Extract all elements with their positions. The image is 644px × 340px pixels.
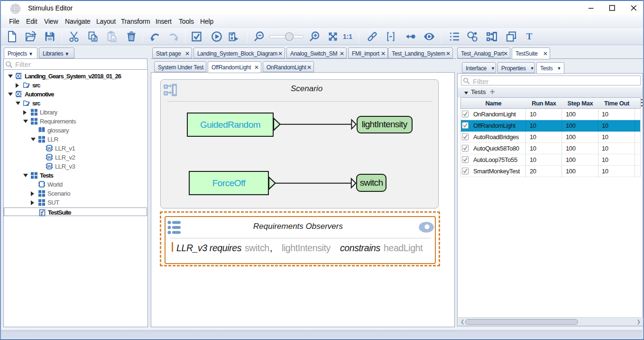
svg-text:T: T — [526, 31, 533, 41]
svg-text:1:1: 1:1 — [343, 33, 352, 40]
